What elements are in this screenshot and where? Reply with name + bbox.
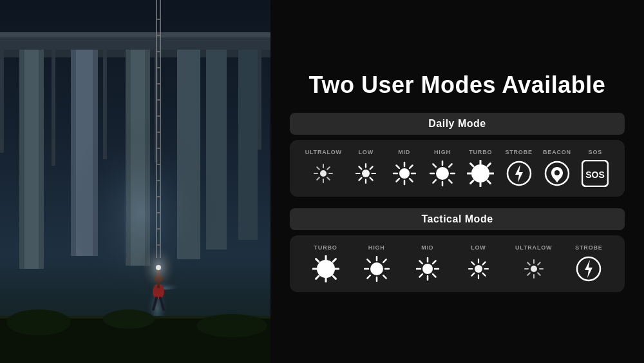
tactical-high-icon bbox=[363, 255, 391, 283]
daily-mode-section: Daily Mode ULTRALOW bbox=[290, 113, 625, 197]
svg-text:SOS: SOS bbox=[586, 170, 605, 180]
svg-line-70 bbox=[370, 166, 373, 169]
daily-sos-item: SOS SOS bbox=[581, 149, 609, 188]
svg-line-71 bbox=[359, 177, 362, 180]
daily-mid-item: MID bbox=[390, 149, 419, 188]
svg-line-120 bbox=[383, 275, 386, 278]
tactical-ultralow-icon bbox=[520, 255, 548, 283]
tactical-turbo-item: TURBO bbox=[312, 244, 340, 283]
tactical-mode-icons: TURBO HIGH bbox=[290, 235, 625, 292]
svg-line-95 bbox=[471, 163, 473, 166]
daily-turbo-label: TURBO bbox=[469, 149, 492, 155]
svg-line-148 bbox=[538, 262, 540, 265]
svg-rect-21 bbox=[238, 50, 258, 240]
tactical-turbo-icon bbox=[312, 255, 340, 283]
svg-point-105 bbox=[317, 260, 335, 278]
daily-low-label: LOW bbox=[359, 149, 374, 155]
daily-ultralow-item: ULTRALOW bbox=[305, 149, 342, 188]
svg-line-98 bbox=[471, 181, 473, 183]
strobe-icon bbox=[505, 159, 533, 188]
svg-line-131 bbox=[419, 274, 422, 277]
svg-line-88 bbox=[449, 164, 451, 166]
tactical-low-icon bbox=[464, 255, 493, 283]
svg-point-53 bbox=[64, 97, 219, 290]
tactical-mode-label: Tactical Mode bbox=[421, 213, 493, 224]
svg-rect-9 bbox=[258, 50, 261, 150]
svg-line-119 bbox=[367, 259, 370, 262]
tactical-mode-label-container: Tactical Mode bbox=[290, 208, 625, 230]
daily-strobe-item: STROBE bbox=[505, 149, 533, 188]
svg-line-86 bbox=[433, 164, 435, 166]
svg-line-79 bbox=[410, 165, 412, 168]
daily-mode-label-container: Daily Mode bbox=[290, 113, 625, 135]
svg-line-146 bbox=[527, 262, 530, 265]
tactical-mode-section: Tactical Mode TURBO bbox=[290, 208, 625, 292]
svg-line-130 bbox=[433, 260, 435, 263]
svg-rect-2 bbox=[0, 32, 270, 37]
svg-point-90 bbox=[471, 164, 489, 182]
svg-line-113 bbox=[316, 276, 318, 279]
svg-line-122 bbox=[367, 275, 370, 278]
beacon-icon bbox=[543, 159, 571, 188]
svg-point-132 bbox=[475, 265, 482, 273]
svg-rect-1 bbox=[0, 35, 270, 50]
svg-line-137 bbox=[471, 262, 474, 264]
svg-line-149 bbox=[527, 273, 530, 275]
svg-point-63 bbox=[362, 170, 370, 177]
svg-marker-100 bbox=[515, 164, 523, 182]
svg-point-102 bbox=[554, 170, 560, 175]
high-icon bbox=[428, 159, 457, 188]
tactical-ultralow-label: ULTRALOW bbox=[515, 244, 552, 251]
turbo-icon bbox=[466, 159, 495, 188]
tactical-strobe-label: STROBE bbox=[575, 244, 602, 251]
svg-rect-11 bbox=[19, 50, 24, 269]
daily-low-item: LOW bbox=[352, 149, 380, 188]
svg-line-112 bbox=[333, 259, 336, 261]
svg-line-87 bbox=[449, 180, 451, 182]
daily-mid-label: MID bbox=[398, 149, 410, 155]
daily-sos-label: SOS bbox=[589, 149, 602, 155]
tactical-high-item: HIGH bbox=[363, 244, 391, 283]
hero-image bbox=[0, 0, 270, 363]
svg-line-68 bbox=[359, 166, 362, 169]
svg-marker-151 bbox=[585, 260, 592, 278]
tactical-ultralow-item: ULTRALOW bbox=[515, 244, 552, 283]
daily-high-item: HIGH bbox=[428, 149, 457, 188]
svg-line-80 bbox=[396, 179, 399, 181]
svg-rect-12 bbox=[39, 50, 44, 269]
svg-line-128 bbox=[419, 260, 422, 263]
svg-line-60 bbox=[327, 177, 330, 180]
daily-beacon-label: BEACON bbox=[543, 149, 571, 155]
svg-point-54 bbox=[320, 170, 327, 177]
svg-rect-5 bbox=[52, 50, 55, 166]
svg-line-121 bbox=[383, 259, 386, 262]
tactical-mid-icon bbox=[413, 255, 442, 283]
ultralow-icon bbox=[309, 159, 337, 188]
svg-point-27 bbox=[196, 314, 267, 337]
tactical-low-label: LOW bbox=[471, 244, 486, 251]
svg-line-129 bbox=[433, 274, 435, 277]
daily-mode-label: Daily Mode bbox=[428, 118, 486, 129]
daily-turbo-item: TURBO bbox=[466, 149, 495, 188]
svg-line-78 bbox=[410, 179, 412, 181]
content-panel: Two User Modes Available Daily Mode ULTR… bbox=[270, 0, 644, 363]
daily-high-label: HIGH bbox=[434, 149, 451, 155]
tactical-mid-label: MID bbox=[421, 244, 433, 251]
svg-line-96 bbox=[488, 181, 490, 183]
svg-line-69 bbox=[370, 177, 373, 180]
svg-line-147 bbox=[538, 273, 540, 275]
svg-line-110 bbox=[316, 259, 318, 261]
tactical-high-label: HIGH bbox=[368, 244, 385, 251]
daily-mode-icons: ULTRALOW LOW bbox=[290, 140, 625, 197]
svg-point-72 bbox=[399, 168, 410, 179]
tactical-mid-item: MID bbox=[413, 244, 442, 283]
svg-point-28 bbox=[103, 309, 155, 329]
svg-point-123 bbox=[422, 264, 433, 274]
svg-line-138 bbox=[483, 273, 486, 275]
page-title: Two User Modes Available bbox=[309, 72, 606, 99]
svg-point-26 bbox=[6, 309, 71, 335]
svg-line-111 bbox=[333, 276, 336, 279]
tactical-strobe-icon bbox=[574, 255, 603, 283]
mid-icon bbox=[390, 159, 419, 188]
svg-line-59 bbox=[317, 167, 320, 170]
